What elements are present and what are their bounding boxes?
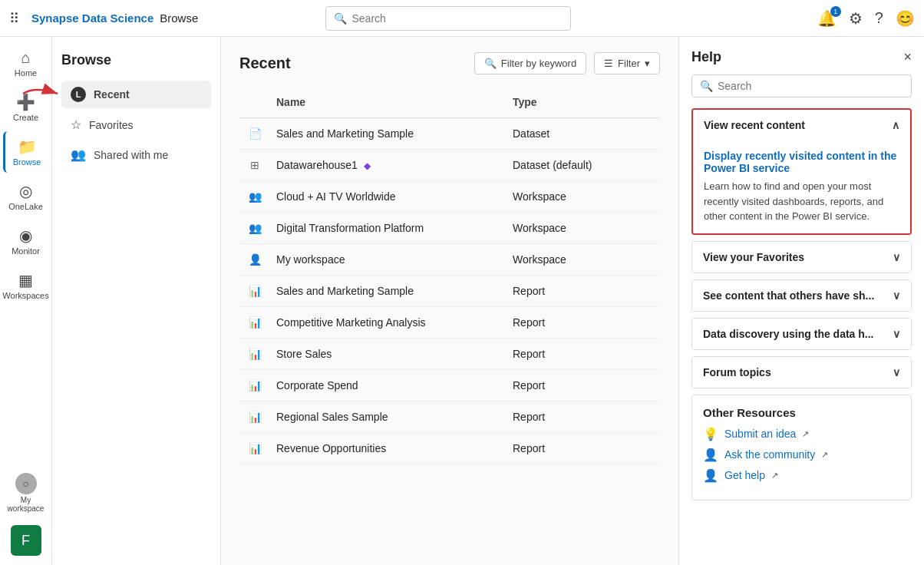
col-icon (239, 93, 270, 111)
help-link-view-recent[interactable]: Display recently visited content in the … (704, 150, 899, 174)
row-type: Report (507, 277, 660, 305)
community-icon: 👤 (703, 448, 718, 462)
get-help-link[interactable]: 👤 Get help ↗ (703, 468, 900, 483)
shared-nav-icon: 👥 (71, 147, 86, 162)
external-link-icon-3: ↗ (771, 471, 778, 481)
filter-button[interactable]: ☰ Filter ▾ (594, 52, 660, 74)
main-header: Recent 🔍 Filter by keyword ☰ Filter ▾ (239, 52, 660, 74)
chevron-down-icon-favorites: ∨ (893, 251, 900, 263)
table-row[interactable]: 👤 My workspace Workspace (239, 244, 660, 276)
help-section-header-forum-topics[interactable]: Forum topics ∨ (692, 357, 911, 388)
row-icon-chart: 📊 (239, 340, 270, 368)
grid-icon[interactable]: ⠿ (9, 10, 19, 27)
row-name: Sales and Marketing Sample (270, 120, 507, 147)
submit-idea-link[interactable]: 💡 Submit an idea ↗ (703, 427, 900, 441)
fabric-button[interactable]: F (11, 525, 41, 556)
help-section-body-view-recent: Display recently visited content in the … (693, 140, 910, 233)
notification-button[interactable]: 🔔 1 (817, 9, 837, 28)
row-type: Dataset (507, 120, 660, 147)
help-title: Help (691, 49, 721, 65)
nav-label-favorites: Favorites (89, 119, 134, 131)
chevron-up-icon: ∧ (892, 119, 899, 131)
row-name: Corporate Spend (270, 372, 507, 399)
settings-button[interactable]: ⚙ (849, 9, 863, 28)
row-type: Workspace (507, 183, 660, 210)
help-section-header-see-content[interactable]: See content that others have sh... ∨ (692, 280, 911, 311)
help-section-header-data-discovery[interactable]: Data discovery using the data h... ∨ (692, 319, 911, 349)
filter-keyword-button[interactable]: 🔍 Filter by keyword (474, 52, 586, 74)
onelake-icon: ◎ (19, 182, 32, 200)
layout: ⌂ Home ➕ Create 📁 Browse ◎ OneLake ◉ Mon… (0, 37, 924, 565)
help-section-title-view-recent: View recent content (704, 119, 805, 131)
get-help-icon: 👤 (703, 468, 718, 483)
help-header: Help × (691, 49, 912, 65)
monitor-icon: ◉ (19, 226, 32, 245)
help-section-title-see-content: See content that others have sh... (703, 289, 874, 302)
row-icon-person: 👤 (239, 246, 270, 273)
table-row[interactable]: 📊 Sales and Marketing Sample Report (239, 276, 660, 307)
help-search-input[interactable] (718, 80, 903, 92)
help-button[interactable]: ? (875, 9, 883, 27)
row-icon-chart: 📊 (239, 372, 270, 399)
table-row[interactable]: 📊 Revenue Opportunities Report (239, 433, 660, 464)
my-workspace-icon: ○ (15, 473, 37, 494)
help-section-forum-topics: Forum topics ∨ (691, 356, 912, 388)
sidebar-item-monitor[interactable]: ◉ Monitor (3, 220, 49, 262)
nav-item-shared[interactable]: 👥 Shared with me (61, 141, 211, 168)
sidebar-item-onelake[interactable]: ◎ OneLake (3, 176, 49, 217)
row-icon-workspace: 👥 (239, 183, 270, 210)
search-input[interactable] (351, 12, 563, 25)
table-row[interactable]: 📊 Competitive Marketing Analysis Report (239, 307, 660, 339)
help-body-text-view-recent: Learn how to find and open your most rec… (704, 179, 899, 224)
sidebar-label-workspaces: Workspaces (2, 291, 48, 300)
sidebar-label-my-workspace: Myworkspace (8, 496, 45, 513)
nav-item-favorites[interactable]: ☆ Favorites (61, 111, 211, 138)
sidebar-item-my-workspace[interactable]: ○ Myworkspace (3, 467, 49, 519)
row-type: Dataset (default) (507, 151, 660, 179)
table-row[interactable]: 📊 Corporate Spend Report (239, 370, 660, 401)
topbar-search[interactable]: 🔍 (325, 6, 571, 31)
table-row[interactable]: 📄 Sales and Marketing Sample Dataset (239, 118, 660, 150)
workspaces-icon: ▦ (18, 271, 33, 289)
browse-icon: 📁 (18, 137, 37, 156)
nav-label-shared: Shared with me (94, 149, 168, 161)
account-button[interactable]: 😊 (896, 9, 915, 28)
nav-item-recent[interactable]: L Recent (61, 81, 211, 108)
row-icon-workspace: 👥 (239, 214, 270, 242)
help-close-button[interactable]: × (903, 49, 912, 65)
row-name: Competitive Marketing Analysis (270, 309, 507, 336)
table-row[interactable]: 📊 Regional Sales Sample Report (239, 401, 660, 433)
help-section-see-content: See content that others have sh... ∨ (691, 279, 912, 312)
recent-nav-wrapper: L Recent (61, 81, 211, 108)
row-name: Sales and Marketing Sample (270, 277, 507, 305)
sidebar-bottom: ○ Myworkspace F (3, 467, 49, 565)
filter-icon: ☰ (604, 58, 613, 69)
row-type: Report (507, 340, 660, 368)
sidebar-label-create: Create (13, 113, 38, 122)
help-section-title-favorites: View your Favorites (703, 251, 804, 263)
table-row[interactable]: 👥 Cloud + AI TV Worldwide Workspace (239, 181, 660, 213)
get-help-label: Get help (724, 469, 765, 481)
table-row[interactable]: ⊞ Datawarehouse1 ◆ Dataset (default) (239, 150, 660, 181)
row-type: Report (507, 309, 660, 336)
help-search[interactable]: 🔍 (691, 74, 912, 97)
other-resources-title: Other Resources (703, 406, 900, 419)
row-type: Workspace (507, 246, 660, 273)
help-search-icon: 🔍 (700, 80, 713, 92)
sidebar-item-workspaces[interactable]: ▦ Workspaces (3, 265, 49, 306)
sidebar-item-home[interactable]: ⌂ Home (3, 43, 49, 84)
main-title: Recent (239, 55, 291, 72)
other-resources: Other Resources 💡 Submit an idea ↗ 👤 Ask… (691, 395, 912, 501)
ask-community-link[interactable]: 👤 Ask the community ↗ (703, 448, 900, 462)
help-section-favorites: View your Favorites ∨ (691, 241, 912, 273)
brand-name: Synapse Data Science (31, 12, 153, 25)
topbar-icons: 🔔 1 ⚙ ? 😊 (817, 9, 915, 28)
filter-keyword-label: Filter by keyword (501, 58, 576, 69)
help-section-header-view-recent[interactable]: View recent content ∧ (693, 110, 910, 140)
table-row[interactable]: 👥 Digital Transformation Platform Worksp… (239, 213, 660, 244)
table-row[interactable]: 📊 Store Sales Report (239, 339, 660, 370)
help-section-header-favorites[interactable]: View your Favorites ∨ (692, 242, 911, 273)
sidebar-item-browse[interactable]: 📁 Browse (3, 131, 49, 173)
topbar: ⠿ Synapse Data Science Browse 🔍 🔔 1 ⚙ ? … (0, 0, 924, 37)
row-icon-chart: 📊 (239, 277, 270, 305)
